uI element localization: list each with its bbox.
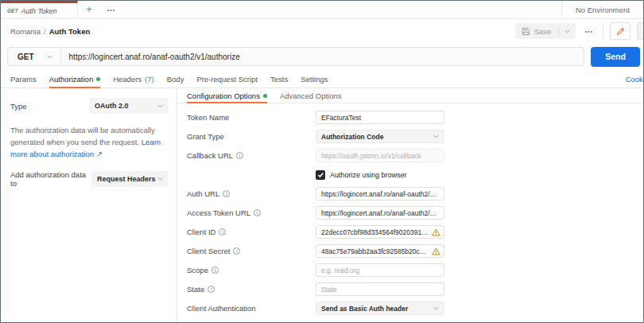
add-auth-data-select[interactable]: Request Headers	[91, 171, 169, 187]
tab-authorization[interactable]: Authorization	[49, 70, 100, 88]
request-url-row: GET https://logincert.anaf.ro/anaf-oauth…	[1, 43, 643, 70]
chevron-down-icon	[433, 306, 439, 310]
postman-window: GET Auth Token + ••• No Environment Roma…	[0, 0, 644, 323]
tab-settings[interactable]: Settings	[301, 70, 328, 88]
info-icon[interactable]: i	[236, 152, 243, 159]
chevron-down-icon	[157, 104, 163, 108]
comments-button[interactable]	[637, 22, 644, 40]
client-id-row: Client ID i 22decc07cbf98d334564f9020391…	[187, 225, 634, 239]
pencil-icon	[616, 27, 625, 36]
access-token-url-input[interactable]: https://logincert.anaf.ro/anaf-oauth2/v1…	[316, 206, 444, 220]
breadcrumb-collection[interactable]: Romania	[10, 27, 41, 36]
grant-type-label: Grant Type	[187, 132, 316, 141]
oauth-config-form: Token Name EFacturaTest Grant Type A	[177, 103, 643, 322]
scope-row: Scope i e.g. read:org	[187, 263, 634, 277]
edit-documentation-button[interactable]	[610, 22, 630, 40]
tab-body[interactable]: Body	[167, 70, 184, 88]
save-label: Save	[534, 27, 552, 36]
client-authentication-select[interactable]: Send as Basic Auth header	[316, 302, 444, 315]
state-row: State i State	[187, 282, 634, 296]
warning-icon	[432, 247, 440, 255]
request-tab[interactable]: GET Auth Token	[1, 1, 78, 18]
cookies-link[interactable]: Cookies	[626, 70, 644, 88]
tab-params[interactable]: Params	[10, 70, 37, 88]
request-tab-title: Auth Token	[21, 7, 56, 15]
tab-bar-spacer	[122, 1, 561, 18]
info-icon[interactable]: i	[233, 247, 240, 255]
request-tabs: Params Authorization Headers (7) Body Pr…	[1, 70, 643, 88]
scope-input[interactable]: e.g. read:org	[316, 263, 444, 277]
oauth-config-panel: Configuration Options Advanced Options T…	[177, 88, 643, 322]
send-label: Send	[605, 52, 626, 61]
auth-url-label: Auth URL i	[187, 189, 316, 198]
plus-icon: +	[86, 4, 91, 15]
auth-type-select[interactable]: OAuth 2.0	[89, 98, 169, 114]
client-authentication-row: Client Authentication Send as Basic Auth…	[187, 302, 634, 315]
header-actions: Save •••	[515, 22, 644, 40]
state-label: State i	[187, 285, 316, 294]
header-divider	[603, 24, 603, 38]
more-actions-button[interactable]: •••	[582, 29, 596, 34]
token-name-label: Token Name	[187, 113, 316, 122]
auth-url-row: Auth URL i https://logincert.anaf.ro/ana…	[187, 187, 634, 200]
breadcrumb-request[interactable]: Auth Token	[49, 27, 91, 36]
client-secret-input[interactable]: 48ac75e79abb2aa3fc92585b20ca99cd2…	[316, 244, 444, 258]
ellipsis-icon: •••	[107, 7, 115, 13]
method-value: GET	[17, 53, 34, 61]
tab-headers[interactable]: Headers (7)	[113, 70, 154, 88]
tab-advanced-options[interactable]: Advanced Options	[280, 88, 342, 103]
green-dot-icon	[96, 77, 100, 81]
authorization-editor: Type OAuth 2.0 The authorization data wi…	[1, 88, 643, 322]
chevron-down-icon	[157, 177, 163, 181]
environment-selector[interactable]: No Environment	[561, 1, 643, 18]
tab-bar: GET Auth Token + ••• No Environment	[1, 1, 643, 19]
tab-pre-request-script[interactable]: Pre-request Script	[196, 70, 258, 88]
client-authentication-label: Client Authentication	[187, 304, 316, 313]
info-icon[interactable]: i	[254, 209, 261, 216]
send-button[interactable]: Send	[591, 47, 640, 67]
grant-type-select[interactable]: Authorization Code	[316, 130, 444, 143]
tab-configuration-options[interactable]: Configuration Options	[187, 88, 267, 103]
environment-label: No Environment	[576, 6, 630, 14]
access-token-url-label: Access Token URL i	[187, 208, 316, 217]
authorize-browser-checkbox[interactable]	[316, 170, 325, 180]
auth-type-label: Type	[10, 102, 27, 111]
check-icon	[317, 172, 324, 178]
tab-overflow-button[interactable]: •••	[100, 1, 122, 18]
grant-type-row: Grant Type Authorization Code	[187, 130, 634, 143]
info-icon[interactable]: i	[223, 190, 230, 197]
new-tab-button[interactable]: +	[78, 1, 100, 18]
access-token-url-row: Access Token URL i https://logincert.ana…	[187, 206, 634, 220]
add-auth-data-label: Add authorization data to	[10, 170, 91, 188]
chevron-down-icon	[433, 134, 439, 138]
url-box: GET https://logincert.anaf.ro/anaf-oauth…	[7, 47, 584, 66]
auth-url-input[interactable]: https://logincert.anaf.ro/anaf-oauth2/v1…	[316, 187, 444, 200]
info-icon[interactable]: i	[211, 267, 219, 274]
client-secret-row: Client Secret i 48ac75e79abb2aa3fc92585b…	[187, 244, 634, 258]
request-header-row: Romania / Auth Token Save •••	[1, 19, 643, 43]
warning-icon	[432, 228, 440, 236]
method-select[interactable]: GET	[8, 48, 60, 65]
callback-url-label: Callback URL i	[187, 151, 316, 160]
ellipsis-icon: •••	[585, 29, 593, 34]
token-name-input[interactable]: EFacturaTest	[316, 111, 444, 124]
save-menu-button[interactable]	[559, 23, 576, 39]
chevron-down-icon	[47, 55, 52, 59]
info-icon[interactable]: i	[208, 286, 215, 293]
client-id-label: Client ID i	[187, 228, 316, 236]
client-id-input[interactable]: 22decc07cbf98d334564f90203910023…	[316, 225, 444, 239]
chevron-down-icon	[564, 29, 570, 33]
tab-tests[interactable]: Tests	[270, 70, 288, 88]
auth-type-panel: Type OAuth 2.0 The authorization data wi…	[1, 88, 177, 322]
callback-url-input[interactable]: https://oauth.pstmn.io/v1/callback	[316, 149, 444, 162]
breadcrumb-separator: /	[44, 27, 46, 36]
url-input[interactable]: https://logincert.anaf.ro/anaf-oauth2/v1…	[61, 53, 248, 61]
external-link-icon: ↗	[96, 150, 103, 158]
authorize-browser-row: Authorize using browser	[187, 168, 634, 181]
state-input[interactable]: State	[316, 282, 444, 296]
info-icon[interactable]: i	[219, 228, 226, 235]
scope-label: Scope i	[187, 266, 316, 274]
authorize-browser-label: Authorize using browser	[330, 171, 407, 179]
save-button[interactable]: Save	[515, 23, 576, 39]
token-name-row: Token Name EFacturaTest	[187, 111, 634, 124]
